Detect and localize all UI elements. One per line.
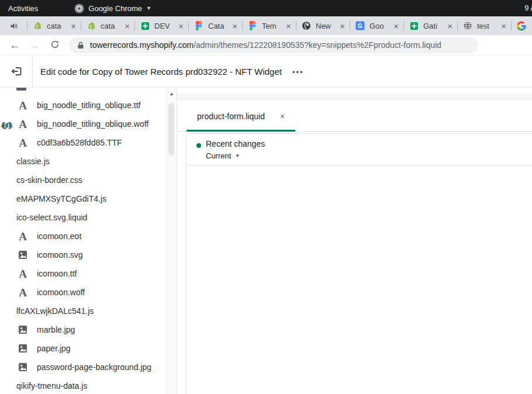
version-dropdown-caret-icon: ▼ [235,153,240,158]
translate-favicon-icon: G [355,21,365,30]
browser-tab-partial[interactable] [511,16,532,35]
tab-close-icon[interactable]: × [232,22,237,30]
google-favicon-icon [517,21,526,30]
file-list-item[interactable]: icomoon.svg [0,246,167,264]
tab-close-icon[interactable]: × [447,22,452,30]
scroll-up-arrow-icon[interactable]: ▲ [167,91,177,96]
exit-code-editor-button[interactable] [10,64,24,78]
file-list-item[interactable]: Aicomoon.woff [0,283,167,302]
file-list-item[interactable]: Ac0df3a6b528fdd85.TTF [0,133,167,152]
page-title: Edit code for Copy of Tower Records prd0… [40,56,282,88]
browser-tab-test[interactable]: test× [457,16,511,35]
image-file-icon [16,361,29,373]
file-list-item[interactable]: {/}ico-select.svg.liquid [0,208,167,227]
version-dropdown-label: Current [206,151,231,160]
tab-close-icon[interactable]: × [501,22,506,30]
app-menu-caret-icon: ▼ [146,5,151,11]
browser-tab-Goo[interactable]: GGoo× [350,16,403,35]
screen: Activities Google Chrome ▼ 9 A cata×cata… [0,0,532,394]
image-file-icon [16,249,29,261]
font-file-icon: A [16,268,29,279]
file-list-item[interactable]: Aicomoon.eot [0,227,167,246]
tab-close-icon[interactable]: × [393,22,399,30]
forward-button[interactable]: → [29,40,40,50]
system-clock[interactable]: 9 A [524,0,532,16]
file-name: c0df3a6b528fdd85.TTF [37,138,122,147]
browser-tab-cata[interactable]: cata× [81,16,134,35]
app-menu-label: Google Chrome [88,4,142,13]
lock-icon [77,42,84,49]
tab-close-icon[interactable]: × [340,22,345,30]
version-dropdown[interactable]: Current ▼ [206,151,240,160]
browser-tab-label: Gati [423,22,445,30]
shopify-favicon-icon [33,21,42,30]
code-editor-container: Recent changes Current ▼ [186,133,532,394]
page-title-row: Edit code for Copy of Tower Records prd0… [40,56,304,88]
file-list-item[interactable]: {/}qikify-tmenu-data.js [0,376,167,394]
app-menu[interactable]: Google Chrome ▼ [74,4,151,13]
reload-button[interactable] [50,40,60,51]
editor-file-tab-label: product-form.liquid [197,112,265,121]
globe-favicon-icon [463,21,472,30]
speaker-icon [9,22,18,30]
browser-tab-label: Goo [369,22,391,30]
browser-tab-label: test [477,22,499,30]
font-file-icon: A [16,230,29,242]
chrome-app-icon [74,4,84,13]
editor-tab-bar: product-form.liquid × [177,88,532,132]
browser-tab-Tem[interactable]: Tem× [242,16,296,35]
file-name: cs-skin-border.css [16,175,82,185]
browser-tab-Gati[interactable]: Gati× [403,16,457,35]
file-list-item[interactable]: Aicomoon.ttf [0,264,167,283]
recent-changes-dot-icon [196,143,201,148]
sheets-favicon-icon [409,21,419,30]
file-name: paper.jpg [37,344,71,353]
file-list-item[interactable]: {/}eMAPMXSyTCgGdiT4.js [0,189,167,208]
browser-tab-label: New [316,22,337,30]
code-area[interactable] [186,165,532,394]
file-list-item[interactable]: {/}286 {% endif %}287288 {%- if enable_d… [0,152,167,171]
file-name: password-page-background.jpg [37,362,151,372]
figma-favicon-icon [194,21,203,30]
tab-close-icon[interactable]: × [178,22,184,30]
file-list-item[interactable]: {/}lfcAXLwjkDALc541.js [0,302,167,320]
partial-file-icon [16,88,26,91]
overflow-menu-button[interactable]: ••• [292,56,304,88]
file-list-item[interactable]: password-page-background.jpg [0,358,167,376]
tab-close-icon[interactable]: × [71,22,76,30]
file-name: big_noodle_titling_oblique.woff [37,119,148,129]
browser-tab-New[interactable]: New× [296,16,350,35]
browser-tab-label: cata [47,22,68,30]
sheets-favicon-icon [140,21,150,30]
tab-close-icon[interactable]: × [125,22,130,30]
activities-button[interactable]: Activities [8,4,38,13]
reload-icon [50,40,60,49]
scrollbar-thumb[interactable] [168,103,174,155]
file-name: classie.js [16,157,50,166]
editor-file-tab-close-icon[interactable]: × [280,112,285,121]
tab-audio-indicator[interactable] [0,16,27,35]
file-list-item[interactable]: Abig_noodle_titling_oblique.woff [0,115,167,133]
file-name: qikify-tmenu-data.js [16,381,87,390]
header-divider [32,56,33,87]
url-domain: towerrecords.myshopify.com [90,40,194,50]
sidebar-scrollbar[interactable]: ▲ [166,88,177,394]
file-list: Abig_noodle_titling_oblique.ttfAbig_nood… [0,88,167,394]
file-list-item[interactable]: Abig_noodle_titling_oblique.ttf [0,96,167,115]
url-text: towerrecords.myshopify.com/admin/themes/… [90,40,441,50]
browser-tab-DEV[interactable]: DEV× [134,16,188,35]
address-bar[interactable]: towerrecords.myshopify.com/admin/themes/… [69,37,478,53]
recent-changes-header: Recent changes Current ▼ [186,134,532,165]
file-list-item[interactable]: paper.jpg [0,339,167,358]
file-list-item[interactable]: {/}cs-skin-border.css [0,171,167,189]
browser-tab-cata[interactable]: cata× [27,16,81,35]
tab-close-icon[interactable]: × [286,22,291,30]
file-name: ico-select.svg.liquid [16,213,87,222]
editor-file-tab[interactable]: product-form.liquid × [186,101,295,132]
exit-icon [10,64,24,78]
back-button[interactable]: ← [9,40,20,50]
recent-changes-label: Recent changes [206,139,265,148]
file-list-item[interactable]: marble.jpg [0,320,167,339]
browser-tab-Cata[interactable]: Cata× [188,16,242,35]
url-path: /admin/themes/122208190535?key=snippets%… [194,40,441,50]
